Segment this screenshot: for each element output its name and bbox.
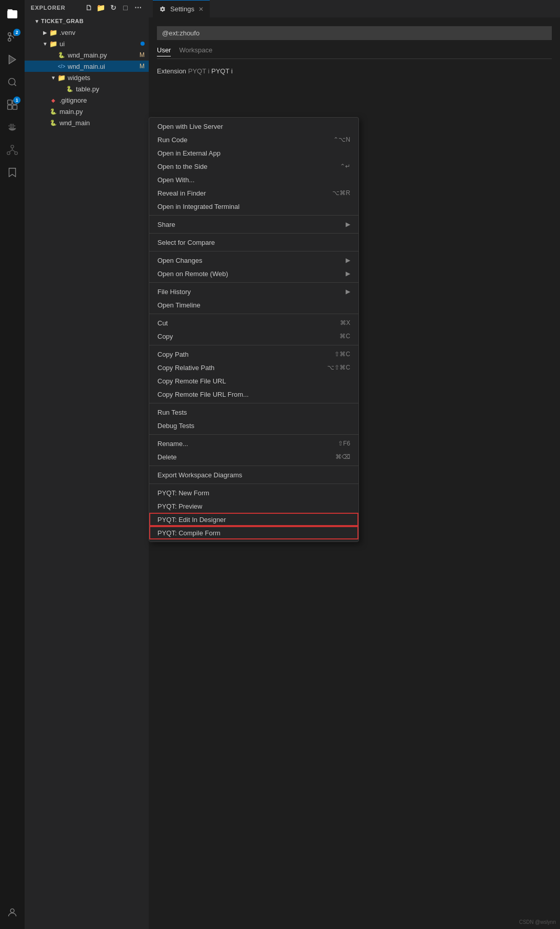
menu-item-debug-tests[interactable]: Debug Tests — [149, 419, 358, 432]
refresh-icon[interactable]: ↻ — [109, 3, 118, 12]
settings-tab-label: Settings — [170, 5, 194, 13]
menu-item-label: Copy Remote File URL From... — [157, 391, 249, 398]
svg-point-2 — [8, 38, 11, 42]
menu-item-label: Open in External App — [157, 149, 221, 157]
menu-item-copy-remote-url[interactable]: Copy Remote File URL — [149, 374, 358, 388]
source-control-icon[interactable]: 2 — [2, 27, 23, 47]
menu-item-label: Export Workspace Diagrams — [157, 471, 242, 479]
menu-item-copy[interactable]: Copy ⌘C — [149, 330, 358, 343]
menu-item-reveal-finder[interactable]: Reveal in Finder ⌥⌘R — [149, 186, 358, 200]
wnd-main-ui-label: wnd_main.ui — [68, 63, 105, 70]
svg-marker-4 — [9, 55, 16, 64]
menu-item-delete[interactable]: Delete ⌘⌫ — [149, 450, 358, 463]
menu-item-open-terminal[interactable]: Open in Integrated Terminal — [149, 200, 358, 213]
menu-item-label: Select for Compare — [157, 239, 215, 246]
sidebar-item-ui[interactable]: ▼ 📁 ui — [25, 38, 149, 49]
sidebar-item-main-py[interactable]: ▶ 🐍 main.py — [25, 106, 149, 117]
menu-separator — [149, 434, 358, 435]
menu-item-label: PYQT: Preview — [157, 502, 202, 510]
chevron-right-icon: ▶ — [41, 28, 49, 36]
tree-project-root[interactable]: ▼ TICKET_GRAB — [25, 15, 149, 27]
menu-item-open-changes[interactable]: Open Changes ▶ — [149, 254, 358, 267]
shortcut: ⌘X — [340, 319, 350, 326]
menu-item-copy-remote-url-from[interactable]: Copy Remote File URL From... — [149, 388, 358, 401]
menu-item-pyqt-new-form[interactable]: PYQT: New Form — [149, 486, 358, 499]
menu-item-label: Cut — [157, 319, 168, 327]
shortcut: ⇧⌘C — [334, 351, 350, 358]
arrow-icon: ▶ — [346, 221, 350, 228]
account-icon[interactable] — [2, 904, 23, 925]
menu-item-run-code[interactable]: Run Code ⌃⌥N — [149, 133, 358, 146]
settings-search-input[interactable] — [157, 26, 552, 40]
menu-separator — [149, 215, 358, 216]
menu-item-label: Copy Path — [157, 351, 189, 358]
sidebar-item-widgets[interactable]: ▼ 📁 widgets — [25, 72, 149, 83]
shortcut: ⌥⌘R — [332, 189, 350, 197]
menu-item-open-with[interactable]: Open With... — [149, 173, 358, 186]
menu-item-share[interactable]: Share ▶ — [149, 218, 358, 231]
sidebar-item-wnd-main-ui[interactable]: ▶ </> wnd_main.ui M — [25, 61, 149, 72]
sidebar-item-venv[interactable]: ▶ 📁 .venv — [25, 27, 149, 38]
menu-item-file-history[interactable]: File History ▶ — [149, 285, 358, 298]
menu-item-copy-path[interactable]: Copy Path ⇧⌘C — [149, 347, 358, 361]
chevron-down-icon: ▼ — [33, 17, 41, 25]
arrow-icon: ▶ — [346, 257, 350, 264]
menu-item-copy-relative-path[interactable]: Copy Relative Path ⌥⇧⌘C — [149, 361, 358, 374]
settings-workspace-tab[interactable]: Workspace — [179, 46, 212, 56]
settings-tab[interactable]: Settings ✕ — [153, 0, 210, 18]
menu-item-select-compare[interactable]: Select for Compare — [149, 236, 358, 249]
git-icon: ◆ — [49, 96, 57, 104]
svg-rect-9 — [8, 105, 12, 109]
menu-item-cut[interactable]: Cut ⌘X — [149, 316, 358, 330]
svg-point-6 — [9, 79, 15, 85]
sidebar-item-gitignore[interactable]: ▶ ◆ .gitignore — [25, 94, 149, 106]
shortcut: ⇧F6 — [338, 440, 350, 447]
sidebar-item-wnd-main-py[interactable]: ▶ 🐍 wnd_main.py M — [25, 49, 149, 61]
settings-content: User Workspace Extension PYQT i PYQT i — [149, 18, 560, 83]
main-py-label: main.py — [59, 108, 83, 115]
files-icon[interactable] — [2, 4, 23, 25]
context-menu: Open with Live Server Run Code ⌃⌥N Open … — [149, 117, 359, 542]
menu-item-label: Open Timeline — [157, 301, 201, 309]
menu-item-export-diagrams[interactable]: Export Workspace Diagrams — [149, 468, 358, 481]
menu-item-open-external[interactable]: Open in External App — [149, 146, 358, 160]
run-icon[interactable] — [2, 49, 23, 70]
source-control-badge: 2 — [13, 29, 21, 36]
menu-item-label: Debug Tests — [157, 422, 194, 430]
svg-point-13 — [15, 152, 18, 155]
more-icon[interactable]: ⋯ — [133, 3, 143, 12]
bookmark-icon[interactable] — [2, 162, 23, 183]
modified-dot — [141, 42, 145, 46]
shortcut: ⌥⇧⌘C — [327, 364, 350, 371]
menu-item-run-tests[interactable]: Run Tests — [149, 405, 358, 419]
sidebar-header: EXPLORER 🗋 📁 ↻ □ ⋯ — [25, 0, 149, 15]
settings-user-tab[interactable]: User — [157, 46, 171, 56]
tree-icon[interactable] — [2, 140, 23, 160]
menu-item-pyqt-edit-designer[interactable]: PYQT: Edit In Designer — [149, 513, 358, 526]
settings-close-icon[interactable]: ✕ — [198, 6, 204, 13]
menu-item-label: PYQT: Edit In Designer — [157, 516, 226, 524]
collapse-icon[interactable]: □ — [121, 3, 130, 12]
sidebar-item-table-py[interactable]: ▶ 🐍 table.py — [25, 83, 149, 94]
menu-separator — [149, 233, 358, 234]
menu-item-label: PYQT: Compile Form — [157, 529, 221, 537]
menu-item-open-side[interactable]: Open to the Side ⌃↵ — [149, 160, 358, 173]
new-folder-icon[interactable]: 📁 — [96, 3, 106, 12]
menu-item-label: Open With... — [157, 176, 194, 184]
menu-item-open-live-server[interactable]: Open with Live Server — [149, 120, 358, 133]
extensions-icon[interactable]: 1 — [2, 94, 23, 115]
new-file-icon[interactable]: 🗋 — [84, 3, 93, 12]
menu-item-label: Run Tests — [157, 409, 187, 416]
sidebar-item-wnd-main2[interactable]: ▶ 🐍 wnd_main — [25, 117, 149, 128]
docker-icon[interactable] — [2, 117, 23, 138]
menu-item-open-remote[interactable]: Open on Remote (Web) ▶ — [149, 267, 358, 280]
activity-bar: 2 1 — [0, 0, 25, 929]
watermark: CSDN @wslynn — [519, 919, 556, 925]
menu-item-open-timeline[interactable]: Open Timeline — [149, 298, 358, 312]
arrow-icon: ▶ — [346, 288, 350, 295]
menu-item-pyqt-compile-form[interactable]: PYQT: Compile Form — [149, 526, 358, 539]
svg-point-11 — [11, 145, 14, 148]
search-icon[interactable] — [2, 72, 23, 92]
menu-item-pyqt-preview[interactable]: PYQT: Preview — [149, 499, 358, 513]
menu-item-rename[interactable]: Rename... ⇧F6 — [149, 437, 358, 450]
